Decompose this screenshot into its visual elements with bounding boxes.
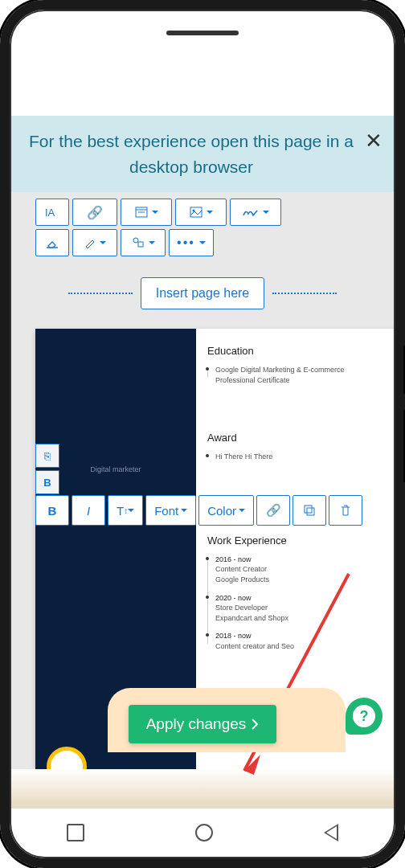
apply-bar: Apply changes ? [11,688,394,760]
text-height-button[interactable]: IA [35,199,69,226]
svg-rect-7 [138,242,143,247]
svg-rect-8 [305,506,312,513]
divider [272,293,337,294]
svg-text:IA: IA [45,207,55,219]
link-text-button[interactable]: 🔗 [256,495,290,526]
education-heading: Education [207,345,382,357]
svg-rect-9 [307,508,314,515]
work-heading: Work Experience [207,534,382,547]
banner-text: For the best experience open this page i… [27,129,355,179]
font-button[interactable]: Font [145,495,196,526]
editor-toolbar: IA 🔗 ••• [11,192,394,263]
work-item: 2020 - nowStore DeveloperExpandcart and … [207,593,382,624]
eraser-button[interactable] [35,229,69,256]
education-item: Google Digital Marketing & E-commerce Pr… [207,365,382,385]
work-item: 2018 - nowContent creator and Seo [207,631,382,651]
apply-label: Apply changes [146,715,247,733]
apply-changes-button[interactable]: Apply changes [129,705,277,743]
desktop-banner: For the best experience open this page i… [11,116,394,192]
image-button[interactable] [175,199,227,226]
text-size-button[interactable]: T↕ [108,495,143,526]
color-button[interactable]: Color [198,495,254,526]
back-button[interactable] [324,824,338,841]
duplicate-button[interactable] [292,495,326,526]
insert-page-row: Insert page here [11,263,394,329]
award-item: Hi There Hi There [207,452,382,462]
work-item: 2016 - nowContent CreatorGoogle Products [207,555,382,585]
shapes-button[interactable] [121,229,166,256]
more-button[interactable]: ••• [169,229,214,256]
italic-button[interactable]: I [72,495,105,526]
insert-page-button[interactable]: Insert page here [141,277,265,309]
help-button[interactable]: ? [346,698,382,735]
layout-button[interactable] [121,199,172,226]
delete-button[interactable] [329,495,362,526]
close-icon[interactable]: ✕ [365,129,382,154]
home-button[interactable] [195,824,213,841]
signature-button[interactable] [230,199,281,226]
highlight-button[interactable] [72,229,117,256]
text-format-toolbar: B I T↕ Font Color 🔗 [35,495,387,526]
bold-side-button[interactable]: B [35,470,59,494]
divider [68,293,133,294]
help-icon: ? [353,705,375,727]
award-heading: Award [207,432,382,444]
link-button[interactable]: 🔗 [72,199,117,226]
overview-button[interactable] [67,824,84,841]
android-navbar [11,812,394,854]
svg-point-6 [133,238,138,243]
resume-subtitle: Digital marketer [90,465,141,473]
chevron-right-icon [251,718,259,731]
bold-button[interactable]: B [35,495,69,526]
copy-side-button[interactable]: ⎘ [35,444,59,468]
